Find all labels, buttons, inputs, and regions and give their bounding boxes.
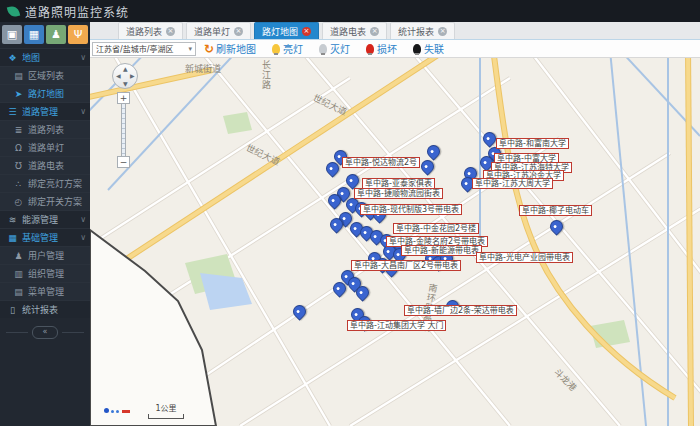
map-canvas[interactable]: 新城街道长江路世纪大道世纪大道南环路高架斗龙港阜中路-悦达物流2号阜中路-亚泰家… bbox=[90, 58, 700, 426]
sidebar-item-label: 组织管理 bbox=[28, 267, 86, 280]
legend-label: 失联 bbox=[424, 41, 444, 56]
street-name: 长江路 bbox=[260, 60, 273, 90]
tab-label: 道路电表 bbox=[330, 25, 366, 38]
sidebar-item-label: 地图 bbox=[22, 51, 76, 64]
tab-close-icon[interactable]: × bbox=[302, 27, 311, 36]
streetlight-label[interactable]: 阜中路-椰子电动车 bbox=[519, 205, 592, 216]
bulb-off-icon bbox=[319, 44, 327, 54]
tab-label: 统计报表 bbox=[398, 25, 434, 38]
sidebar-item-label: 绑定开关方案 bbox=[28, 195, 86, 208]
streetlight-label[interactable]: 阜中路-墙厂边2条-荣达带电表 bbox=[404, 305, 517, 316]
tab-close-icon[interactable]: × bbox=[166, 27, 175, 36]
pan-right-arrow[interactable]: ▶ bbox=[130, 73, 135, 79]
road-single-light-icon: Ω bbox=[13, 143, 24, 153]
zoom-in-button[interactable]: + bbox=[117, 92, 130, 104]
map-provider-logo bbox=[104, 408, 130, 413]
sidebar-item-label: 道路列表 bbox=[28, 123, 86, 136]
modules-button[interactable]: ▦ bbox=[24, 25, 44, 44]
tab-label: 道路列表 bbox=[126, 25, 162, 38]
sidebar-item-menu-management[interactable]: ▤菜单管理 bbox=[0, 282, 90, 300]
legend-label: 损坏 bbox=[377, 41, 397, 56]
legend-label: 亮灯 bbox=[283, 41, 303, 56]
bind-light-plan-icon: ∴ bbox=[13, 179, 24, 189]
sidebar-item-label: 道路电表 bbox=[28, 159, 86, 172]
sidebar-item-energy-management[interactable]: ≋能源管理∨ bbox=[0, 210, 90, 228]
sidebar-item-base-management[interactable]: ▦基础管理∨ bbox=[0, 228, 90, 246]
streetlight-label[interactable]: 阜中路-新能源带电表 bbox=[401, 245, 482, 256]
pan-left-arrow[interactable]: ◀ bbox=[116, 73, 121, 79]
sidebar-item-statistics-report[interactable]: ▯统计报表 bbox=[0, 300, 90, 318]
sidebar-item-label: 能源管理 bbox=[22, 213, 76, 226]
streetlight-label[interactable]: 阜中路-中金花园2号楼 bbox=[393, 223, 479, 234]
app-title: 道路照明监控系统 bbox=[25, 3, 129, 20]
map-zoom-control: + − bbox=[117, 92, 130, 168]
monitor-icon: ▣ bbox=[7, 29, 17, 40]
streetlight-label[interactable]: 阜中路-光电产业园带电表 bbox=[476, 252, 573, 263]
user-button[interactable]: ♟ bbox=[46, 25, 66, 44]
trophy-icon: Ψ bbox=[74, 29, 83, 40]
sidebar-item-label: 路灯地图 bbox=[28, 87, 86, 100]
streetlight-label[interactable]: 阜中路-捷顺物流园街表 bbox=[354, 188, 443, 199]
map-icon: ❖ bbox=[7, 53, 18, 63]
sidebar-item-user-management[interactable]: ♟用户管理 bbox=[0, 246, 90, 264]
sidebar-menu: ❖地图∨▤区域列表➤路灯地图☰道路管理∨≣道路列表Ω道路单灯℧道路电表∴绑定亮灯… bbox=[0, 48, 90, 318]
legend-item-on: 亮灯 bbox=[272, 41, 303, 56]
sidebar-item-bind-switch-plan[interactable]: ◴绑定开关方案 bbox=[0, 192, 90, 210]
sidebar-item-road-meter[interactable]: ℧道路电表 bbox=[0, 156, 90, 174]
sidebar-item-label: 统计报表 bbox=[22, 303, 86, 316]
streetlight-label[interactable]: 阜中路-悦达物流2号 bbox=[342, 157, 420, 168]
sidebar-item-region-list[interactable]: ▤区域列表 bbox=[0, 66, 90, 84]
sidebar: ▣▦♟Ψ ❖地图∨▤区域列表➤路灯地图☰道路管理∨≣道路列表Ω道路单灯℧道路电表… bbox=[0, 22, 90, 426]
logo-dot bbox=[116, 410, 119, 413]
sidebar-item-label: 道路管理 bbox=[22, 105, 76, 118]
app-logo-leaf-icon bbox=[7, 4, 20, 17]
energy-management-icon: ≋ bbox=[7, 215, 18, 225]
sidebar-item-road-list[interactable]: ≣道路列表 bbox=[0, 120, 90, 138]
streetlight-label[interactable]: 阜中路-和富南大学 bbox=[496, 138, 569, 149]
map-scale: 1公里 bbox=[148, 402, 184, 419]
legend-item-damaged: 损坏 bbox=[366, 41, 397, 56]
tab-statistics-report[interactable]: 统计报表× bbox=[390, 22, 455, 39]
pan-up-arrow[interactable]: ▲ bbox=[123, 66, 128, 72]
road-meter-icon: ℧ bbox=[13, 161, 24, 171]
sidebar-item-road-single-light[interactable]: Ω道路单灯 bbox=[0, 138, 90, 156]
sidebar-item-road-management[interactable]: ☰道路管理∨ bbox=[0, 102, 90, 120]
sidebar-collapse-button[interactable]: « bbox=[32, 326, 58, 339]
tab-road-meter[interactable]: 道路电表× bbox=[322, 22, 387, 39]
streetlight-label[interactable]: 阜中路-现代制版3号带电表 bbox=[360, 204, 462, 215]
bulb-damaged-icon bbox=[366, 44, 374, 54]
streetlight-label[interactable]: 阜中路-江动集团大学 大门 bbox=[347, 320, 446, 331]
trophy-button[interactable]: Ψ bbox=[68, 25, 88, 44]
streetlight-map-icon: ➤ bbox=[13, 89, 24, 99]
chevron-down-icon: ∨ bbox=[80, 215, 86, 224]
map-scale-label: 1公里 bbox=[155, 404, 176, 413]
map-pan-control[interactable]: ▲ ▼ ◀ ▶ bbox=[112, 63, 138, 89]
region-select-value: 江苏省/盐城市/亭湖区 bbox=[96, 43, 173, 54]
sidebar-item-org-management[interactable]: ▥组织管理 bbox=[0, 264, 90, 282]
tab-road-list[interactable]: 道路列表× bbox=[118, 22, 183, 39]
tab-close-icon[interactable]: × bbox=[234, 27, 243, 36]
sidebar-item-bind-light-plan[interactable]: ∴绑定亮灯方案 bbox=[0, 174, 90, 192]
refresh-map-button[interactable]: ↻ 刷新地图 bbox=[204, 41, 256, 56]
bulb-offline-icon bbox=[413, 44, 421, 54]
sidebar-item-map[interactable]: ❖地图∨ bbox=[0, 48, 90, 66]
quick-buttons: ▣▦♟Ψ bbox=[0, 22, 90, 48]
tab-road-single-light[interactable]: 道路单灯× bbox=[186, 22, 251, 39]
refresh-icon: ↻ bbox=[204, 43, 214, 55]
sidebar-item-label: 菜单管理 bbox=[28, 285, 86, 298]
region-select[interactable]: 江苏省/盐城市/亭湖区 ▾ bbox=[92, 42, 196, 56]
chevron-down-icon: ▾ bbox=[188, 45, 192, 53]
pan-down-arrow[interactable]: ▼ bbox=[123, 81, 128, 87]
legend-item-offline: 失联 bbox=[413, 41, 444, 56]
sidebar-item-streetlight-map[interactable]: ➤路灯地图 bbox=[0, 84, 90, 102]
tab-streetlight-map[interactable]: 路灯地图× bbox=[254, 22, 319, 39]
tab-close-icon[interactable]: × bbox=[370, 27, 379, 36]
zoom-out-button[interactable]: − bbox=[117, 156, 130, 168]
map-toolbar: 江苏省/盐城市/亭湖区 ▾ ↻ 刷新地图 亮灯灭灯损坏失联 bbox=[90, 40, 700, 58]
streetlight-label[interactable]: 阜中路-大昌南厂区2号带电表 bbox=[351, 260, 461, 271]
map-scale-bar bbox=[148, 414, 184, 419]
zoom-slider[interactable] bbox=[121, 104, 126, 156]
streetlight-label[interactable]: 阜中路-江苏大周大学 bbox=[472, 178, 553, 189]
monitor-button[interactable]: ▣ bbox=[2, 25, 22, 44]
tab-close-icon[interactable]: × bbox=[438, 27, 447, 36]
